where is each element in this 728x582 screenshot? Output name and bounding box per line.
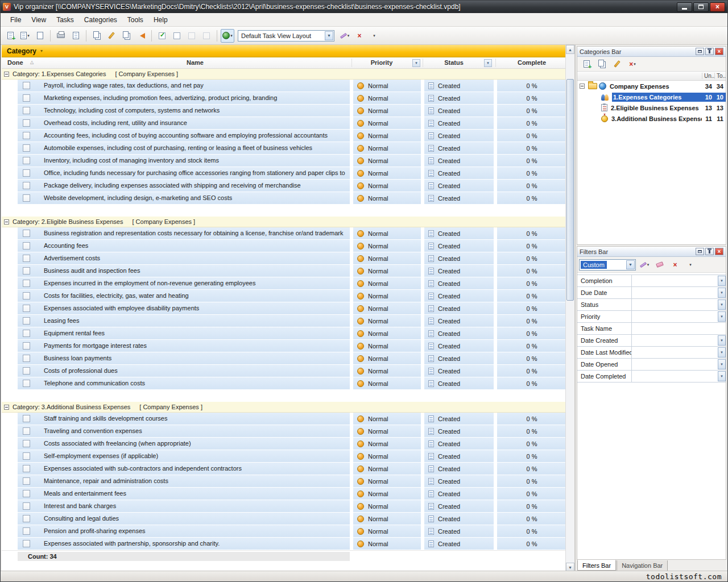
collapse-icon[interactable] bbox=[4, 219, 9, 225]
task-checkbox[interactable] bbox=[23, 415, 30, 422]
close-button[interactable]: × bbox=[710, 2, 725, 12]
task-row[interactable]: Payments for mortgage interest ratesNorm… bbox=[2, 340, 565, 352]
task-row[interactable]: Staff training and skills development co… bbox=[2, 413, 565, 425]
filter-preset-combobox[interactable]: Custom ▼ bbox=[579, 259, 636, 271]
undo-button[interactable] bbox=[134, 29, 148, 43]
task-checkbox[interactable] bbox=[23, 267, 30, 275]
filters-overflow-button[interactable]: ▾ bbox=[684, 258, 697, 272]
mark-complete-button[interactable] bbox=[155, 29, 169, 43]
task-checkbox[interactable] bbox=[23, 440, 30, 447]
task-row[interactable]: Expenses associated with partnership, sp… bbox=[2, 538, 565, 550]
filter-value-field[interactable]: ▼ bbox=[632, 299, 726, 310]
delete-category-button[interactable]: ×▾ bbox=[626, 57, 639, 71]
filter-value-field[interactable]: ▼ bbox=[632, 335, 726, 346]
task-row[interactable]: Interest and bank chargesNormalCreated0 … bbox=[2, 500, 565, 513]
task-row[interactable]: Self-employment expenses (if applicable)… bbox=[2, 450, 565, 463]
task-row[interactable]: Costs for facilities, electricity, gas, … bbox=[2, 290, 565, 302]
task-checkbox[interactable] bbox=[23, 477, 30, 485]
category-tree-item[interactable]: 3.Additional Business Expenses1111 bbox=[577, 113, 726, 124]
task-checkbox[interactable] bbox=[23, 515, 30, 522]
task-checkbox[interactable] bbox=[23, 107, 30, 114]
task-row[interactable]: Technology, including cost of computers,… bbox=[2, 105, 565, 117]
task-checkbox[interactable] bbox=[23, 144, 30, 152]
move-down-button[interactable] bbox=[200, 29, 213, 43]
group-header[interactable]: Category: 1.Expenses Categories[ Company… bbox=[2, 69, 565, 80]
task-row[interactable]: Telephone and communication costsNormalC… bbox=[2, 377, 565, 390]
task-row[interactable]: Business audit and inspection feesNormal… bbox=[2, 265, 565, 277]
task-row[interactable]: Expenses incurred in the employment of n… bbox=[2, 277, 565, 290]
task-checkbox[interactable] bbox=[23, 132, 30, 139]
task-row[interactable]: Package delivery, including expenses ass… bbox=[2, 180, 565, 192]
task-checkbox[interactable] bbox=[23, 540, 30, 547]
task-checkbox[interactable] bbox=[23, 194, 30, 202]
task-row[interactable]: Business registration and representation… bbox=[2, 227, 565, 240]
move-up-button[interactable] bbox=[185, 29, 198, 43]
task-row[interactable]: Website development, including design, e… bbox=[2, 192, 565, 205]
task-checkbox[interactable] bbox=[23, 330, 30, 337]
menu-file[interactable]: File bbox=[5, 14, 26, 26]
category-tree-item[interactable]: 1.Expenses Categories1010 bbox=[577, 92, 726, 102]
task-checkbox[interactable] bbox=[23, 94, 30, 102]
task-checkbox[interactable] bbox=[23, 490, 30, 497]
column-header-done[interactable]: Done bbox=[7, 59, 23, 66]
edit-category-button[interactable] bbox=[610, 57, 624, 71]
pin-panel-button[interactable] bbox=[705, 48, 714, 55]
task-row[interactable]: Maintenance, repair and administration c… bbox=[2, 475, 565, 488]
task-row[interactable]: Costs associated with freelancing (when … bbox=[2, 438, 565, 450]
task-row[interactable]: Automobile expenses, including cost of p… bbox=[2, 142, 565, 155]
tab-filters-bar[interactable]: Filters Bar bbox=[577, 560, 616, 571]
task-checkbox[interactable] bbox=[23, 182, 30, 189]
task-row[interactable]: Overhead costs, including rent, utility … bbox=[2, 117, 565, 130]
task-row[interactable]: Accounting fees, including cost of buyin… bbox=[2, 130, 565, 142]
edit-task-button[interactable] bbox=[105, 29, 118, 43]
column-header-name[interactable]: Name bbox=[40, 59, 350, 66]
category-tree-item[interactable]: 2.Eligible Business Expenses1313 bbox=[577, 102, 726, 113]
task-row[interactable]: Marketing expenses, including promotion … bbox=[2, 92, 565, 105]
priority-filter-button[interactable]: ▼ bbox=[412, 59, 420, 67]
category-tree-item[interactable]: Company Expenses3434 bbox=[577, 81, 726, 92]
pin-panel-button[interactable] bbox=[705, 248, 714, 255]
total-column-header[interactable]: To... bbox=[714, 73, 726, 79]
filter-value-field[interactable]: ▼ bbox=[632, 347, 726, 358]
dropdown-button[interactable]: ▼ bbox=[718, 371, 726, 381]
task-checkbox[interactable] bbox=[23, 280, 30, 287]
new-task-menu-button[interactable]: ▾ bbox=[18, 29, 32, 43]
dropdown-button[interactable]: ▼ bbox=[718, 335, 726, 346]
group-header[interactable]: Category: 3.Additional Business Expenses… bbox=[2, 402, 565, 413]
task-checkbox[interactable] bbox=[23, 502, 30, 510]
group-by-band[interactable]: Category ▾ bbox=[2, 45, 565, 57]
task-checkbox[interactable] bbox=[23, 527, 30, 535]
filter-value-field[interactable] bbox=[632, 323, 726, 334]
task-row[interactable]: Inventory, including cost of managing in… bbox=[2, 155, 565, 167]
menu-help[interactable]: Help bbox=[148, 14, 173, 26]
print-preview-button[interactable] bbox=[69, 29, 82, 43]
uncompleted-column-header[interactable]: Un... bbox=[702, 73, 714, 79]
new-subcategory-button[interactable] bbox=[595, 57, 609, 71]
minimize-button[interactable] bbox=[677, 2, 692, 12]
minimize-panel-button[interactable] bbox=[696, 248, 704, 255]
task-checkbox[interactable] bbox=[23, 342, 30, 350]
combobox-dropdown-button[interactable]: ▼ bbox=[325, 31, 333, 40]
dropdown-button[interactable]: ▼ bbox=[718, 359, 726, 369]
task-checkbox[interactable] bbox=[23, 255, 30, 262]
task-row[interactable]: Payroll, including wage rates, tax deduc… bbox=[2, 80, 565, 92]
task-view-button[interactable]: ▾ bbox=[221, 29, 234, 43]
filter-value-field[interactable]: ▼ bbox=[632, 311, 726, 322]
mark-incomplete-button[interactable] bbox=[170, 29, 184, 43]
task-checkbox[interactable] bbox=[23, 169, 30, 177]
new-category-button[interactable] bbox=[580, 57, 593, 71]
task-row[interactable]: Advertisement costsNormalCreated0 % bbox=[2, 252, 565, 265]
combobox-dropdown-button[interactable]: ▼ bbox=[626, 260, 635, 269]
task-row[interactable]: Expenses associated with sub-contractors… bbox=[2, 463, 565, 475]
collapse-icon[interactable] bbox=[580, 84, 585, 89]
task-checkbox[interactable] bbox=[23, 305, 30, 312]
delete-view-button[interactable]: × bbox=[353, 29, 366, 43]
layout-combobox[interactable]: Default Task View Layout ▼ bbox=[238, 30, 334, 41]
task-checkbox[interactable] bbox=[23, 317, 30, 325]
menu-tools[interactable]: Tools bbox=[122, 14, 148, 26]
task-checkbox[interactable] bbox=[23, 157, 30, 164]
toolbar-overflow-button[interactable]: ▾ bbox=[367, 29, 381, 43]
dropdown-button[interactable]: ▼ bbox=[718, 276, 726, 286]
menu-view[interactable]: View bbox=[26, 14, 51, 26]
status-filter-button[interactable]: ▼ bbox=[484, 59, 492, 67]
